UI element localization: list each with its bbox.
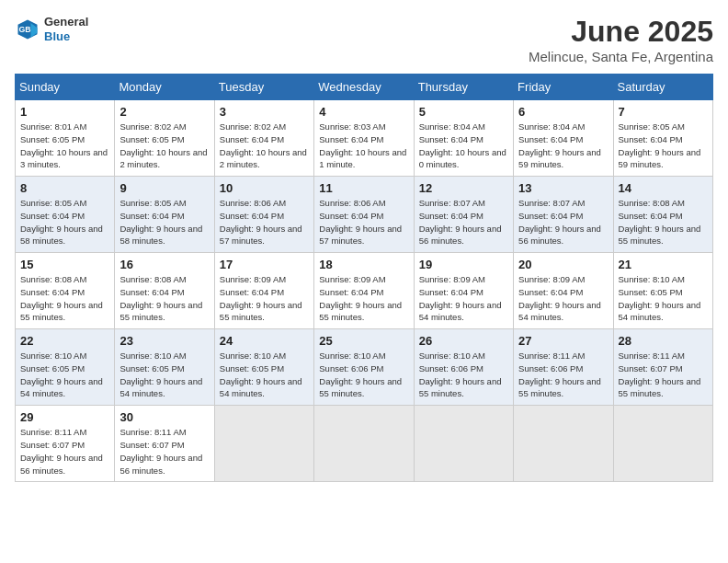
day-info: Sunrise: 8:11 AMSunset: 6:07 PMDaylight:… — [619, 350, 708, 400]
logo-icon: GB — [15, 17, 40, 42]
logo: GB General Blue — [15, 15, 88, 43]
day-cell: 26Sunrise: 8:10 AMSunset: 6:06 PMDayligh… — [414, 329, 513, 406]
day-cell: 30Sunrise: 8:11 AMSunset: 6:07 PMDayligh… — [115, 406, 214, 482]
weekday-header-row: SundayMondayTuesdayWednesdayThursdayFrid… — [16, 75, 713, 100]
day-number: 27 — [518, 334, 608, 348]
day-cell: 19Sunrise: 8:09 AMSunset: 6:04 PMDayligh… — [414, 253, 513, 329]
day-cell: 3Sunrise: 8:02 AMSunset: 6:04 PMDaylight… — [214, 100, 313, 177]
day-info: Sunrise: 8:08 AMSunset: 6:04 PMDaylight:… — [619, 197, 708, 247]
day-number: 2 — [119, 105, 209, 119]
svg-text:GB: GB — [18, 24, 30, 33]
day-number: 22 — [20, 334, 109, 348]
day-number: 17 — [220, 258, 309, 271]
day-cell: 1Sunrise: 8:01 AMSunset: 6:05 PMDaylight… — [16, 100, 115, 177]
day-cell: 7Sunrise: 8:05 AMSunset: 6:04 PMDaylight… — [613, 100, 712, 177]
day-info: Sunrise: 8:10 AMSunset: 6:05 PMDaylight:… — [119, 350, 209, 400]
weekday-header-saturday: Saturday — [613, 75, 712, 100]
day-cell — [414, 406, 513, 482]
day-cell — [214, 406, 313, 482]
weekday-header-sunday: Sunday — [16, 75, 115, 100]
day-number: 14 — [619, 181, 708, 195]
day-info: Sunrise: 8:02 AMSunset: 6:04 PMDaylight:… — [220, 121, 309, 171]
day-cell: 22Sunrise: 8:10 AMSunset: 6:05 PMDayligh… — [16, 329, 115, 406]
day-cell: 20Sunrise: 8:09 AMSunset: 6:04 PMDayligh… — [514, 253, 613, 329]
day-info: Sunrise: 8:10 AMSunset: 6:06 PMDaylight:… — [419, 350, 508, 400]
week-row-1: 1Sunrise: 8:01 AMSunset: 6:05 PMDaylight… — [16, 100, 713, 177]
day-number: 4 — [319, 105, 408, 119]
day-info: Sunrise: 8:10 AMSunset: 6:06 PMDaylight:… — [319, 350, 408, 400]
day-cell: 18Sunrise: 8:09 AMSunset: 6:04 PMDayligh… — [314, 253, 414, 329]
day-number: 18 — [319, 258, 408, 271]
day-info: Sunrise: 8:06 AMSunset: 6:04 PMDaylight:… — [220, 197, 309, 247]
day-cell — [314, 406, 414, 482]
day-info: Sunrise: 8:09 AMSunset: 6:04 PMDaylight:… — [319, 273, 408, 324]
weekday-header-tuesday: Tuesday — [214, 75, 313, 100]
day-cell: 9Sunrise: 8:05 AMSunset: 6:04 PMDaylight… — [115, 177, 214, 253]
day-number: 13 — [518, 181, 608, 195]
day-number: 25 — [319, 334, 408, 348]
day-number: 3 — [220, 105, 309, 119]
day-info: Sunrise: 8:10 AMSunset: 6:05 PMDaylight:… — [220, 350, 309, 400]
day-info: Sunrise: 8:01 AMSunset: 6:05 PMDaylight:… — [20, 121, 109, 171]
day-number: 7 — [619, 105, 708, 119]
day-info: Sunrise: 8:05 AMSunset: 6:04 PMDaylight:… — [119, 197, 209, 247]
calendar-body: 1Sunrise: 8:01 AMSunset: 6:05 PMDaylight… — [16, 100, 713, 482]
day-number: 10 — [220, 181, 309, 195]
header: GB General Blue June 2025 Melincue, Sant… — [15, 15, 713, 64]
day-number: 30 — [119, 410, 209, 424]
day-number: 15 — [20, 258, 109, 271]
day-cell: 28Sunrise: 8:11 AMSunset: 6:07 PMDayligh… — [613, 329, 712, 406]
day-number: 28 — [619, 334, 708, 348]
day-number: 1 — [20, 105, 109, 119]
day-number: 8 — [20, 181, 109, 195]
day-number: 5 — [419, 105, 508, 119]
title-area: June 2025 Melincue, Santa Fe, Argentina — [529, 15, 713, 64]
day-info: Sunrise: 8:09 AMSunset: 6:04 PMDaylight:… — [419, 273, 508, 324]
calendar: SundayMondayTuesdayWednesdayThursdayFrid… — [15, 74, 713, 482]
weekday-header-monday: Monday — [115, 75, 214, 100]
day-info: Sunrise: 8:04 AMSunset: 6:04 PMDaylight:… — [419, 121, 508, 171]
day-number: 11 — [319, 181, 408, 195]
day-info: Sunrise: 8:08 AMSunset: 6:04 PMDaylight:… — [20, 273, 109, 324]
day-info: Sunrise: 8:10 AMSunset: 6:05 PMDaylight:… — [619, 273, 708, 324]
day-number: 23 — [119, 334, 209, 348]
day-info: Sunrise: 8:11 AMSunset: 6:07 PMDaylight:… — [119, 426, 209, 477]
week-row-2: 8Sunrise: 8:05 AMSunset: 6:04 PMDaylight… — [16, 177, 713, 253]
day-cell: 25Sunrise: 8:10 AMSunset: 6:06 PMDayligh… — [314, 329, 414, 406]
logo-text: General Blue — [44, 15, 88, 43]
day-number: 6 — [518, 105, 608, 119]
day-cell: 16Sunrise: 8:08 AMSunset: 6:04 PMDayligh… — [115, 253, 214, 329]
week-row-4: 22Sunrise: 8:10 AMSunset: 6:05 PMDayligh… — [16, 329, 713, 406]
month-year: June 2025 — [529, 15, 713, 49]
day-cell: 11Sunrise: 8:06 AMSunset: 6:04 PMDayligh… — [314, 177, 414, 253]
day-info: Sunrise: 8:07 AMSunset: 6:04 PMDaylight:… — [419, 197, 508, 247]
day-info: Sunrise: 8:09 AMSunset: 6:04 PMDaylight:… — [220, 273, 309, 324]
day-cell — [514, 406, 613, 482]
weekday-header-thursday: Thursday — [414, 75, 513, 100]
week-row-3: 15Sunrise: 8:08 AMSunset: 6:04 PMDayligh… — [16, 253, 713, 329]
week-row-5: 29Sunrise: 8:11 AMSunset: 6:07 PMDayligh… — [16, 406, 713, 482]
day-info: Sunrise: 8:09 AMSunset: 6:04 PMDaylight:… — [518, 273, 608, 324]
day-info: Sunrise: 8:11 AMSunset: 6:06 PMDaylight:… — [518, 350, 608, 400]
day-cell: 13Sunrise: 8:07 AMSunset: 6:04 PMDayligh… — [514, 177, 613, 253]
day-number: 24 — [220, 334, 309, 348]
day-number: 9 — [119, 181, 209, 195]
day-cell: 24Sunrise: 8:10 AMSunset: 6:05 PMDayligh… — [214, 329, 313, 406]
day-cell: 29Sunrise: 8:11 AMSunset: 6:07 PMDayligh… — [16, 406, 115, 482]
day-number: 19 — [419, 258, 508, 271]
day-number: 20 — [518, 258, 608, 271]
day-cell: 2Sunrise: 8:02 AMSunset: 6:05 PMDaylight… — [115, 100, 214, 177]
day-info: Sunrise: 8:03 AMSunset: 6:04 PMDaylight:… — [319, 121, 408, 171]
day-cell: 5Sunrise: 8:04 AMSunset: 6:04 PMDaylight… — [414, 100, 513, 177]
day-number: 21 — [619, 258, 708, 271]
day-cell: 23Sunrise: 8:10 AMSunset: 6:05 PMDayligh… — [115, 329, 214, 406]
day-info: Sunrise: 8:02 AMSunset: 6:05 PMDaylight:… — [119, 121, 209, 171]
day-info: Sunrise: 8:05 AMSunset: 6:04 PMDaylight:… — [20, 197, 109, 247]
day-cell: 4Sunrise: 8:03 AMSunset: 6:04 PMDaylight… — [314, 100, 414, 177]
day-cell: 8Sunrise: 8:05 AMSunset: 6:04 PMDaylight… — [16, 177, 115, 253]
day-cell: 6Sunrise: 8:04 AMSunset: 6:04 PMDaylight… — [514, 100, 613, 177]
day-number: 29 — [20, 410, 109, 424]
weekday-header-wednesday: Wednesday — [314, 75, 414, 100]
day-cell: 10Sunrise: 8:06 AMSunset: 6:04 PMDayligh… — [214, 177, 313, 253]
day-cell: 12Sunrise: 8:07 AMSunset: 6:04 PMDayligh… — [414, 177, 513, 253]
